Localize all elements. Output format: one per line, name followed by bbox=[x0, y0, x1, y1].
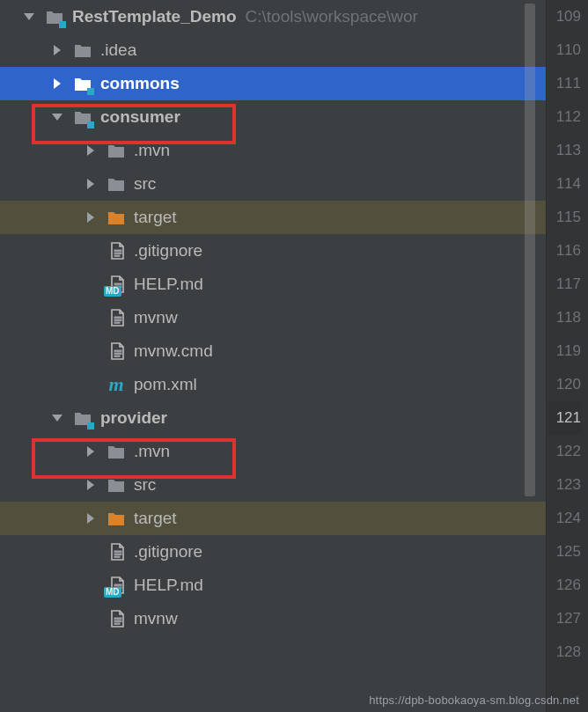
tree-row-idea[interactable]: .idea bbox=[0, 33, 546, 67]
module-folder-icon bbox=[44, 6, 65, 27]
tree-item-label: target bbox=[134, 201, 177, 234]
project-path: C:\tools\workspace\wor bbox=[246, 7, 418, 26]
chevron-right-icon[interactable] bbox=[48, 40, 67, 60]
tree-row[interactable]: MD HELP.md bbox=[0, 268, 546, 301]
tree-item-label: target bbox=[134, 502, 177, 535]
chevron-right-icon[interactable] bbox=[81, 509, 100, 528]
line-number: 115 bbox=[548, 201, 581, 234]
tree-item-label: RestTemplate_Demo bbox=[72, 0, 237, 33]
tree-row-target[interactable]: target bbox=[0, 201, 546, 234]
line-number: 118 bbox=[548, 301, 581, 334]
line-number: 113 bbox=[548, 134, 581, 167]
tree-item-label: .gitignore bbox=[134, 535, 202, 569]
folder-icon bbox=[72, 40, 93, 61]
line-number: 123 bbox=[548, 468, 581, 502]
module-folder-icon bbox=[72, 73, 93, 94]
line-number: 109 bbox=[548, 0, 581, 33]
line-number: 117 bbox=[548, 268, 581, 301]
excluded-folder-icon bbox=[106, 508, 127, 529]
chevron-down-icon[interactable] bbox=[48, 408, 67, 428]
chevron-right-icon[interactable] bbox=[81, 475, 100, 495]
tree-row[interactable]: .mvn bbox=[0, 134, 546, 167]
ide-project-panel: RestTemplate_Demo C:\tools\workspace\wor… bbox=[0, 0, 588, 712]
tree-item-label: mvnw bbox=[134, 602, 178, 635]
chevron-down-icon[interactable] bbox=[48, 107, 67, 127]
line-number: 116 bbox=[548, 234, 581, 268]
tree-item-label: .mvn bbox=[134, 134, 170, 167]
chevron-right-icon[interactable] bbox=[81, 442, 100, 461]
maven-pom-icon: m bbox=[106, 374, 127, 395]
file-icon bbox=[106, 341, 127, 362]
folder-icon bbox=[106, 441, 127, 462]
line-number: 120 bbox=[548, 368, 581, 401]
file-icon bbox=[106, 240, 127, 261]
tree-row-consumer[interactable]: consumer bbox=[0, 100, 546, 134]
project-tree[interactable]: RestTemplate_Demo C:\tools\workspace\wor… bbox=[0, 0, 546, 712]
line-number: 112 bbox=[548, 100, 581, 134]
tree-row[interactable]: .mvn bbox=[0, 435, 546, 468]
tree-row-provider[interactable]: provider bbox=[0, 401, 546, 435]
folder-icon bbox=[106, 140, 127, 161]
tree-item-label: mvnw bbox=[134, 301, 178, 334]
tree-row[interactable]: mvnw bbox=[0, 301, 546, 334]
tree-item-label: HELP.md bbox=[134, 268, 203, 301]
file-icon bbox=[106, 608, 127, 629]
line-number: 111 bbox=[548, 67, 581, 100]
tree-item-label: mvnw.cmd bbox=[134, 334, 213, 368]
scrollbar-thumb[interactable] bbox=[525, 4, 535, 496]
tree-row[interactable]: .gitignore bbox=[0, 234, 546, 268]
markdown-file-icon: MD bbox=[106, 274, 127, 295]
file-icon bbox=[106, 307, 127, 328]
editor-gutter: 1091101111121131141151161171181191201211… bbox=[546, 0, 588, 712]
line-number: 126 bbox=[548, 569, 581, 602]
file-icon bbox=[106, 541, 127, 562]
line-number: 127 bbox=[548, 602, 581, 635]
module-folder-icon bbox=[72, 106, 93, 128]
tree-item-label: HELP.md bbox=[134, 569, 203, 602]
tree-row[interactable]: mvnw bbox=[0, 602, 546, 635]
tree-row[interactable]: src bbox=[0, 167, 546, 201]
tree-row[interactable]: src bbox=[0, 468, 546, 502]
chevron-right-icon[interactable] bbox=[81, 174, 100, 194]
tree-item-label: provider bbox=[100, 401, 167, 435]
excluded-folder-icon bbox=[106, 207, 127, 228]
line-number: 121 bbox=[548, 401, 581, 435]
folder-icon bbox=[106, 474, 127, 495]
line-number: 124 bbox=[548, 502, 581, 535]
tree-row[interactable]: .gitignore bbox=[0, 535, 546, 569]
line-number: 110 bbox=[548, 33, 581, 67]
tree-item-label: pom.xml bbox=[134, 368, 197, 401]
line-number: 125 bbox=[548, 535, 581, 569]
tree-row-pom[interactable]: m pom.xml bbox=[0, 368, 546, 401]
tree-row[interactable]: MD HELP.md bbox=[0, 569, 546, 602]
line-number: 114 bbox=[548, 167, 581, 201]
tree-item-label: .mvn bbox=[134, 435, 170, 468]
chevron-down-icon[interactable] bbox=[19, 7, 39, 26]
line-number: 128 bbox=[548, 635, 581, 669]
tree-item-label: .gitignore bbox=[134, 234, 202, 268]
tree-row[interactable]: mvnw.cmd bbox=[0, 334, 546, 368]
line-number: 119 bbox=[548, 334, 581, 368]
tree-item-label: consumer bbox=[100, 100, 180, 134]
folder-icon bbox=[106, 173, 127, 195]
tree-item-label: src bbox=[134, 167, 156, 201]
chevron-right-icon[interactable] bbox=[81, 208, 100, 227]
tree-item-label: src bbox=[134, 468, 156, 502]
markdown-file-icon: MD bbox=[106, 575, 127, 596]
line-number: 122 bbox=[548, 435, 581, 468]
chevron-right-icon[interactable] bbox=[81, 141, 100, 160]
module-folder-icon bbox=[72, 407, 93, 429]
tree-item-label: commons bbox=[100, 67, 180, 100]
tree-row-target[interactable]: target bbox=[0, 502, 546, 535]
chevron-right-icon[interactable] bbox=[48, 74, 67, 93]
tree-row-root[interactable]: RestTemplate_Demo C:\tools\workspace\wor bbox=[0, 0, 546, 33]
tree-item-label: .idea bbox=[100, 33, 136, 67]
tree-row-commons[interactable]: commons bbox=[0, 67, 546, 100]
